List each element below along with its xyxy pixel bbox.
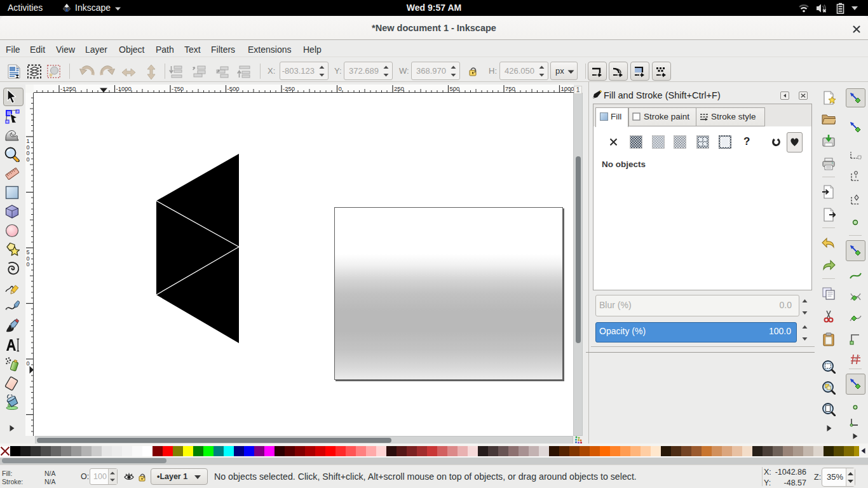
svg-text:0: 0: [27, 261, 30, 268]
svg-text:1000: 1000: [561, 85, 574, 92]
svg-text:0: 0: [27, 360, 30, 367]
svg-text:750: 750: [505, 85, 515, 92]
svg-text:-1250: -1250: [60, 85, 76, 92]
svg-text:0: 0: [27, 156, 30, 163]
svg-text:-750: -750: [172, 85, 184, 92]
svg-text:0: 0: [339, 85, 342, 92]
svg-text:0: 0: [27, 144, 30, 151]
svg-text:-500: -500: [227, 85, 240, 92]
svg-text:500: 500: [450, 85, 460, 92]
svg-text:-1000: -1000: [116, 85, 132, 92]
svg-text:-250: -250: [283, 85, 295, 92]
svg-text:5: 5: [27, 249, 30, 255]
svg-text:0: 0: [27, 255, 30, 262]
svg-text:1: 1: [27, 138, 30, 144]
svg-text:250: 250: [394, 85, 404, 92]
svg-text:0: 0: [27, 150, 30, 156]
